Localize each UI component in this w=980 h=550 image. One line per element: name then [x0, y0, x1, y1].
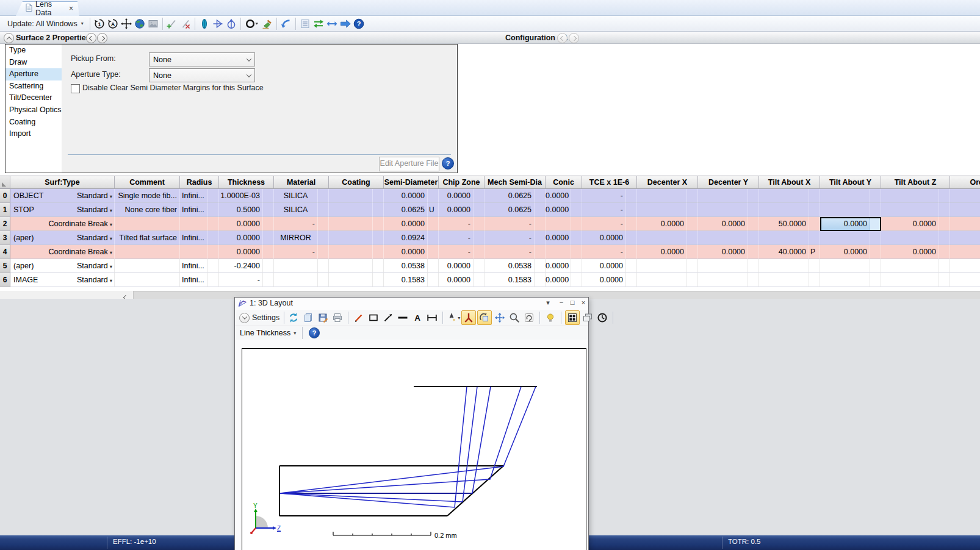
cell-mech-attr[interactable] [535, 259, 546, 273]
tab-lens-data[interactable]: Lens Data × [16, 1, 79, 16]
cell-semi[interactable]: 0.0000 [384, 245, 428, 259]
cell-tce[interactable]: - [582, 245, 626, 259]
cell-decx[interactable] [637, 273, 687, 287]
pan-icon[interactable] [493, 311, 506, 324]
cell-tiltx-attr[interactable] [809, 189, 820, 203]
print-icon[interactable] [331, 311, 344, 324]
cell-thickness[interactable]: 0.0000 [219, 231, 263, 245]
row-number[interactable]: 6 [0, 273, 10, 287]
row-number[interactable]: 4 [0, 245, 10, 259]
cell-tce[interactable]: - [582, 217, 626, 231]
col-header-thickness[interactable]: Thickness [219, 176, 274, 189]
cell-coating[interactable] [329, 259, 373, 273]
cell-surf-type[interactable]: IMAGEStandard▾ [10, 273, 115, 287]
cell-semi-attr[interactable]: U [428, 203, 439, 217]
cell-thickness-attr[interactable] [263, 203, 274, 217]
lamp-icon[interactable] [544, 311, 557, 324]
reset-view-icon[interactable] [522, 311, 536, 324]
split-view-icon[interactable] [565, 310, 580, 325]
cell-comment[interactable]: Tilted flat surface [115, 231, 180, 245]
copy-icon[interactable] [301, 311, 315, 324]
cell-tiltz-attr[interactable] [939, 217, 950, 231]
cell-comment[interactable] [115, 245, 180, 259]
cell-tilty-attr[interactable] [870, 231, 881, 245]
cell-tce-attr[interactable] [626, 189, 637, 203]
cell-tiltz-attr[interactable] [939, 259, 950, 273]
line-icon[interactable] [396, 311, 409, 324]
select-all-corner[interactable] [0, 176, 10, 189]
cell-surf-type[interactable]: Coordinate Break▾ [10, 217, 115, 231]
cell-mech[interactable]: 0.1583 [485, 273, 535, 287]
row-number[interactable]: 1 [0, 203, 10, 217]
cell-material[interactable]: SILICA [274, 203, 318, 217]
navigate-icon[interactable]: ▾ [447, 311, 460, 324]
cell-mech-attr[interactable] [535, 273, 546, 287]
edit-aperture-file-button[interactable]: Edit Aperture File [379, 157, 439, 171]
cell-radius-attr[interactable] [208, 273, 219, 287]
editor-list-icon[interactable] [298, 17, 312, 30]
cell-tilty-attr[interactable] [870, 203, 881, 217]
cell-radius-attr[interactable] [208, 231, 219, 245]
cell-mech[interactable]: 0.0625 [485, 203, 535, 217]
cell-thickness[interactable]: 1.0000E-03 [219, 189, 263, 203]
cell-conic[interactable]: 0.0000 [546, 259, 571, 273]
cell-tilty[interactable] [820, 259, 870, 273]
cell-tiltz[interactable] [881, 231, 939, 245]
cell-conic-attr[interactable] [571, 231, 582, 245]
forward-icon[interactable] [339, 17, 352, 30]
cell-coating-attr[interactable] [373, 245, 384, 259]
cell-decy-attr[interactable] [748, 189, 759, 203]
cell-conic-attr[interactable] [571, 203, 582, 217]
aperture-type-dropdown[interactable]: None [149, 68, 255, 82]
cell-conic[interactable] [546, 245, 571, 259]
cell-semi-attr[interactable] [428, 259, 439, 273]
save-icon[interactable] [316, 311, 330, 324]
cell-tce-attr[interactable] [626, 273, 637, 287]
cell-mech-attr[interactable] [535, 231, 546, 245]
cell-decx[interactable] [637, 259, 687, 273]
col-header-order[interactable]: Order [950, 176, 980, 189]
cell-tilty-selected[interactable]: 0.0000 [820, 217, 881, 231]
cell-tiltz[interactable]: 0.0000 [881, 217, 939, 231]
cell-order[interactable] [950, 245, 980, 259]
wavelength-tool-icon[interactable] [225, 17, 238, 30]
help-icon[interactable]: ? [352, 17, 366, 30]
cell-tiltz-attr[interactable] [939, 273, 950, 287]
cell-thickness-attr[interactable] [263, 217, 274, 231]
window-menu-icon[interactable]: ▾ [543, 299, 553, 307]
rotate-icon[interactable] [477, 310, 492, 325]
cell-tiltx[interactable] [759, 203, 809, 217]
cell-semi[interactable]: 0.0924 [384, 231, 428, 245]
cell-tilty[interactable]: 0.0000 [820, 245, 870, 259]
cell-tiltz[interactable] [881, 203, 939, 217]
col-header-chip[interactable]: Chip Zone [439, 176, 485, 189]
disable-margins-checkbox[interactable] [71, 84, 80, 93]
cell-surf-type[interactable]: OBJECTStandard▾ [10, 189, 115, 203]
cell-semi[interactable]: 0.0000 [384, 217, 428, 231]
circle-tool-icon[interactable] [243, 17, 261, 30]
cell-decy[interactable] [698, 273, 748, 287]
cell-semi-attr[interactable] [428, 217, 439, 231]
cell-radius[interactable]: Infini... [180, 203, 208, 217]
maximize-icon[interactable]: □ [567, 299, 577, 306]
cell-decy-attr[interactable] [748, 203, 759, 217]
clock-icon[interactable] [596, 311, 609, 324]
cell-semi-attr[interactable] [428, 189, 439, 203]
cell-decy[interactable] [698, 189, 748, 203]
cell-tilty-attr[interactable] [870, 259, 881, 273]
cell-thickness[interactable]: 0.0000 [219, 245, 263, 259]
cell-semi[interactable]: 0.1583 [384, 273, 428, 287]
cell-chip-attr[interactable] [474, 217, 485, 231]
sidebar-item-aperture[interactable]: Aperture [5, 68, 62, 80]
cell-radius[interactable] [180, 245, 208, 259]
cell-coating[interactable] [329, 245, 373, 259]
prev-surface-button[interactable] [86, 33, 96, 43]
cell-tiltx[interactable]: 50.0000 [759, 217, 809, 231]
cell-decx-attr[interactable] [687, 189, 698, 203]
cell-decx[interactable] [637, 203, 687, 217]
cell-conic[interactable]: 0.0000 [546, 231, 571, 245]
col-header-mech[interactable]: Mech Semi-Dia [485, 176, 546, 189]
col-header-radius[interactable]: Radius [180, 176, 219, 189]
cell-semi[interactable]: 0.0538 [384, 259, 428, 273]
cell-decx[interactable]: 0.0000 [637, 245, 687, 259]
